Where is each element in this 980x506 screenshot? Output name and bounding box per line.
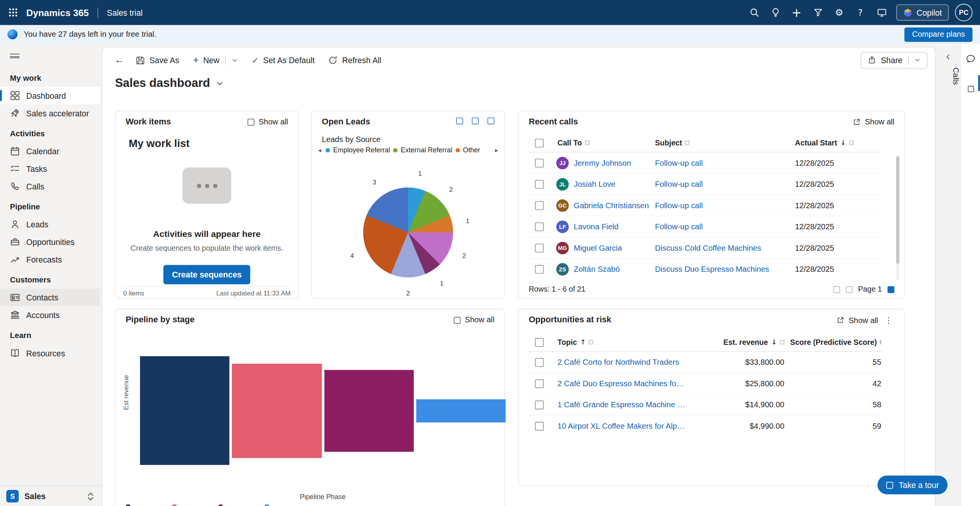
select-all-checkbox[interactable] [535, 139, 544, 147]
column-call-to[interactable]: Call To [552, 139, 650, 147]
subject-link[interactable]: Follow-up call [650, 201, 790, 210]
funnel-bar[interactable] [416, 399, 506, 422]
work-items-show-all-button[interactable]: Show all [247, 118, 288, 126]
pipeline-show-all-button[interactable]: Show all [454, 315, 495, 324]
set-as-default-button[interactable]: ✓ Set As Default [245, 51, 322, 69]
row-checkbox[interactable] [535, 180, 544, 188]
search-icon[interactable] [743, 0, 765, 25]
column-options-icon[interactable] [585, 140, 589, 145]
subject-link[interactable]: Follow-up call [650, 222, 790, 231]
take-a-tour-button[interactable]: Take a tour [877, 475, 947, 494]
topic-link[interactable]: 10 Airpot XL Coffee Makers for Alpine ..… [552, 422, 686, 431]
row-checkbox[interactable] [535, 243, 544, 252]
sidebar-item-dashboard[interactable]: Dashboard [0, 87, 100, 104]
user-avatar[interactable]: PC [955, 4, 973, 21]
gear-icon[interactable]: ⚙ [828, 0, 850, 25]
column-est-revenue[interactable]: Est. revenue↓ [686, 338, 786, 346]
first-page-icon[interactable] [833, 286, 840, 293]
row-checkbox[interactable] [535, 222, 544, 231]
table-row[interactable]: JLJosiah Love Follow-up call 12/28/2025 [528, 174, 882, 195]
lightbulb-icon[interactable] [765, 0, 786, 25]
column-options-icon[interactable] [849, 140, 853, 145]
popout-icon[interactable] [836, 316, 844, 324]
table-row[interactable]: 2 Café Duo Espresso Machines for Fabr...… [528, 373, 882, 395]
area-switcher[interactable]: S Sales [0, 486, 100, 506]
table-row[interactable]: GCGabriela Christiansen Follow-up call 1… [528, 195, 882, 216]
dashboard-selector[interactable]: Sales dashboard [115, 76, 935, 90]
call-to-link[interactable]: Jeremy Johnson [574, 158, 631, 167]
more-options-icon[interactable]: ⋮ [882, 315, 894, 325]
column-topic[interactable]: Topic↑ [552, 338, 686, 346]
view-toggle-icon[interactable] [472, 118, 479, 124]
table-row[interactable]: ZSZoltán Szabó Discuss Duo Espresso Mach… [528, 259, 882, 280]
funnel-bar[interactable] [324, 370, 414, 452]
sidebar-item-resources[interactable]: Resources [0, 344, 100, 362]
column-options-icon[interactable] [880, 340, 881, 344]
refresh-all-button[interactable]: Refresh All [322, 51, 388, 69]
compare-plans-button[interactable]: Compare plans [905, 27, 973, 42]
share-button[interactable]: Share [861, 52, 928, 69]
hamburger-icon[interactable] [0, 44, 28, 66]
funnel-bar[interactable] [232, 363, 322, 458]
show-all-label[interactable]: Show all [849, 316, 878, 325]
row-checkbox[interactable] [535, 422, 544, 431]
call-to-link[interactable]: Josiah Love [574, 180, 616, 188]
pane-label[interactable]: Calls [936, 67, 960, 85]
legend-next-icon[interactable]: ▸ [494, 147, 500, 153]
sidebar-item-calendar[interactable]: Calendar [0, 142, 100, 160]
call-to-link[interactable]: Lavona Field [574, 222, 619, 231]
leads-pie[interactable] [363, 188, 453, 277]
subject-link[interactable]: Discuss Duo Espresso Machines [650, 265, 790, 274]
column-subject[interactable]: Subject [650, 139, 790, 147]
view-toggle-icon[interactable] [487, 118, 494, 124]
new-button[interactable]: + New [186, 51, 245, 69]
sidebar-item-tasks[interactable]: Tasks [0, 160, 100, 178]
save-as-button[interactable]: Save As [129, 51, 186, 69]
app-title[interactable]: Dynamics 365 [26, 7, 89, 18]
topic-link[interactable]: 2 Café Corto for Northwind Traders [552, 358, 686, 367]
sidebar-item-calls[interactable]: Calls [0, 178, 100, 195]
table-scrollbar[interactable] [896, 155, 899, 280]
column-options-icon[interactable] [780, 340, 784, 344]
filter-icon[interactable] [807, 0, 829, 25]
help-icon[interactable]: ? [850, 0, 871, 25]
sidebar-item-forecasts[interactable]: Forecasts [0, 251, 100, 268]
row-checkbox[interactable] [535, 201, 544, 210]
create-sequences-button[interactable]: Create sequences [163, 265, 250, 284]
select-all-checkbox[interactable] [535, 338, 544, 346]
view-toggle-icon[interactable] [456, 118, 463, 124]
back-button[interactable]: ← [110, 51, 129, 69]
row-checkbox[interactable] [535, 358, 544, 367]
column-score[interactable]: Score (Predictive Score) [786, 338, 882, 346]
table-row[interactable]: 10 Airpot XL Coffee Makers for Alpine ..… [528, 416, 882, 437]
environment-name[interactable]: Sales trial [107, 8, 142, 17]
column-options-icon[interactable] [589, 340, 593, 344]
row-checkbox[interactable] [535, 158, 544, 167]
sidebar-item-contacts[interactable]: Contacts [0, 289, 100, 306]
sidebar-item-accounts[interactable]: Accounts [0, 306, 100, 324]
next-page-icon[interactable] [887, 286, 894, 293]
subject-link[interactable]: Follow-up call [650, 158, 790, 167]
copilot-button[interactable]: Copilot [896, 4, 949, 20]
table-row[interactable]: 1 Café Grande Espresso Machine for Al...… [528, 394, 882, 416]
table-row[interactable]: MGMiguel Garcia Discuss Cold Coffee Mach… [528, 237, 882, 259]
device-icon[interactable] [871, 0, 892, 25]
row-checkbox[interactable] [535, 265, 544, 274]
sidebar-item-sales-accelerator[interactable]: Sales accelerator [0, 104, 100, 122]
sidebar-item-leads[interactable]: Leads [0, 215, 100, 233]
copilot-pane-icon[interactable] [960, 49, 980, 69]
table-row[interactable]: JJJeremy Johnson Follow-up call 12/28/20… [528, 152, 882, 174]
pane-square-icon[interactable] [960, 79, 980, 99]
funnel-bar[interactable] [140, 356, 230, 465]
subject-link[interactable]: Discuss Cold Coffee Machines [650, 243, 790, 252]
topic-link[interactable]: 1 Café Grande Espresso Machine for Al... [552, 400, 686, 409]
call-to-link[interactable]: Gabriela Christiansen [574, 201, 649, 210]
plus-icon[interactable]: + [786, 0, 807, 25]
sidebar-item-opportunities[interactable]: Opportunities [0, 233, 100, 251]
subject-link[interactable]: Follow-up call [650, 180, 790, 188]
recent-calls-show-all-button[interactable]: Show all [853, 118, 895, 126]
column-options-icon[interactable] [685, 140, 689, 145]
row-checkbox[interactable] [535, 400, 544, 409]
column-actual-start[interactable]: Actual Start↓ [790, 139, 883, 147]
row-checkbox[interactable] [535, 379, 544, 388]
